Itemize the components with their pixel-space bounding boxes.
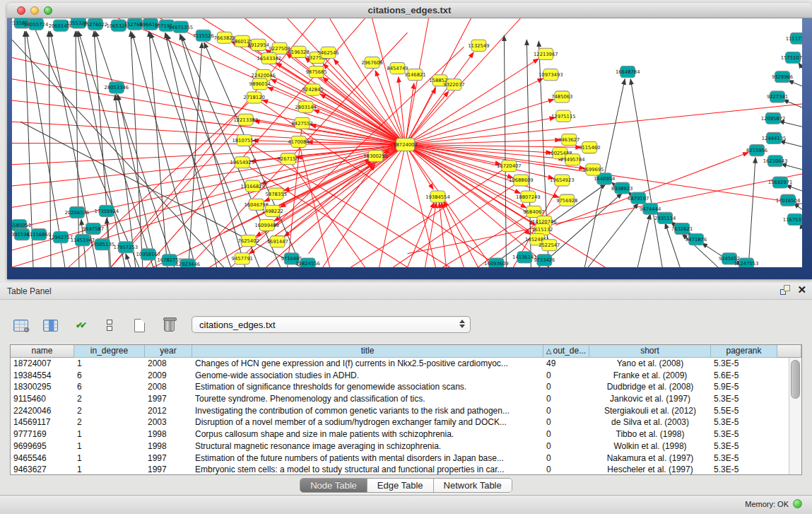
cell-title[interactable]: Disruption of a novel member of a sodium… — [192, 416, 543, 428]
graph-node-selected[interactable]: 12213967 — [534, 48, 558, 59]
cell-name[interactable]: 14569117 — [11, 416, 74, 428]
cell-name[interactable]: 9465546 — [11, 452, 74, 465]
cell-title[interactable]: Corpus callosum shape and size in male p… — [192, 428, 543, 440]
cell-name[interactable]: 9699695 — [11, 440, 74, 452]
graph-node-selected[interactable]: 7485063 — [551, 91, 572, 103]
select-all-icon[interactable]: ✔✔ — [69, 315, 90, 336]
graph-node[interactable]: 7515526 — [193, 30, 214, 41]
cell-pagerank[interactable]: 5.3E-5 — [711, 452, 777, 465]
clear-selection-icon[interactable] — [99, 315, 120, 336]
column-header-in_degree[interactable]: in_degree — [74, 345, 145, 358]
column-header-title[interactable]: title — [192, 345, 543, 358]
cell-short[interactable]: Tibbo et al. (1998) — [589, 428, 711, 440]
graph-node-selected[interactable]: 19384554 — [425, 191, 450, 202]
column-header-out_degree[interactable]: △out_de... — [543, 345, 589, 358]
cell-out_degree[interactable]: 0 — [543, 393, 589, 405]
cell-pagerank[interactable]: 5.3E-5 — [711, 464, 777, 474]
cell-title[interactable]: Structural magnetic resonance image aver… — [192, 440, 543, 452]
table-row[interactable]: 911546021997Tourette syndrome. Phenomeno… — [11, 393, 789, 405]
cell-title[interactable]: Changes of HCN gene expression and I(f) … — [192, 358, 543, 370]
cell-name[interactable]: 19384554 — [11, 370, 74, 382]
cell-in_degree[interactable]: 2 — [74, 405, 145, 417]
tab-edge-table[interactable]: Edge Table — [367, 479, 434, 492]
citation-network-graph[interactable]: 2135822414055724206914061055328715276022… — [12, 18, 802, 267]
float-panel-icon[interactable] — [780, 285, 790, 295]
cell-in_degree[interactable]: 6 — [74, 370, 145, 382]
cell-year[interactable]: 1997 — [145, 393, 192, 405]
cell-title[interactable]: Estimation of the future numbers of pati… — [192, 452, 543, 465]
column-header-name[interactable]: name — [11, 345, 74, 358]
table-row[interactable]: 1830029562008Estimation of significance … — [11, 381, 789, 393]
cell-year[interactable]: 2008 — [145, 358, 192, 370]
cell-out_degree[interactable]: 0 — [543, 440, 589, 452]
cell-pagerank[interactable]: 5.3E-5 — [711, 393, 777, 405]
graph-node[interactable]: 12942757 — [49, 232, 73, 243]
graph-node-selected[interactable]: 18724007 — [393, 138, 418, 151]
graph-node-selected[interactable]: 9699695 — [582, 164, 604, 175]
cell-title[interactable]: Estimation of significance thresholds fo… — [192, 381, 543, 393]
graph-node-selected[interactable]: 2967608 — [361, 57, 382, 68]
graph-node[interactable]: 9474444 — [640, 203, 661, 214]
table-row[interactable]: 1938455462009Genome-wide association stu… — [11, 370, 789, 382]
cell-in_degree[interactable]: 1 — [74, 452, 145, 465]
graph-node[interactable]: 8215956 — [746, 145, 767, 156]
cell-in_degree[interactable]: 1 — [74, 428, 145, 440]
graph-node[interactable]: 12444135 — [762, 132, 787, 144]
cell-year[interactable]: 2009 — [145, 370, 192, 382]
graph-node[interactable]: 9697587 — [83, 223, 104, 234]
table-row[interactable]: 946362711997Embryonic stem cells: a mode… — [11, 464, 789, 474]
graph-node-selected[interactable]: 9242845 — [302, 84, 324, 95]
cell-title[interactable]: Investigating the contribution of common… — [192, 405, 543, 417]
cell-pagerank[interactable]: 5.5E-5 — [711, 405, 777, 417]
cell-pagerank[interactable]: 5.6E-5 — [711, 370, 777, 382]
cell-year[interactable]: 2008 — [145, 381, 192, 393]
cell-out_degree[interactable]: 0 — [543, 452, 589, 465]
cell-pagerank[interactable]: 5.3E-5 — [711, 440, 777, 452]
scrollbar-thumb[interactable] — [791, 360, 800, 399]
graph-node-selected[interactable]: 19654923 — [550, 175, 575, 186]
graph-node-selected[interactable]: 7625402 — [238, 235, 259, 247]
graph-node-selected[interactable]: 8427552 — [292, 117, 313, 129]
cell-year[interactable]: 1997 — [145, 464, 192, 474]
cell-in_degree[interactable]: 1 — [74, 440, 145, 452]
graph-node-selected[interactable]: 12975115 — [551, 110, 576, 122]
graph-node[interactable]: 2935114 — [654, 212, 676, 223]
cell-short[interactable]: Nakamura et al. (1997) — [589, 452, 711, 465]
network-canvas[interactable]: 2135822414055724206914061055328715276022… — [12, 18, 802, 267]
cell-short[interactable]: Hescheler et al. (1997) — [589, 464, 711, 474]
cell-short[interactable]: Franke et al. (2009) — [589, 370, 711, 382]
delete-icon[interactable] — [158, 315, 180, 336]
table-settings-icon[interactable]: ⚙ — [10, 315, 31, 336]
graph-node-selected[interactable]: 5462546 — [317, 47, 339, 58]
graph-node-selected[interactable]: 2718120 — [244, 92, 265, 103]
window-titlebar[interactable]: citations_edges.txt — [7, 3, 812, 18]
cell-year[interactable]: 2003 — [145, 416, 192, 428]
cell-in_degree[interactable]: 2 — [74, 416, 145, 428]
graph-node[interactable]: 17957253 — [114, 242, 139, 253]
column-header-year[interactable]: year — [145, 345, 192, 358]
table-scrollbar[interactable] — [789, 358, 801, 474]
cell-out_degree[interactable]: 49 — [543, 358, 589, 370]
cell-in_degree[interactable]: 2 — [74, 393, 145, 405]
table-selector-dropdown[interactable]: citations_edges.txt — [192, 316, 471, 333]
graph-node-selected[interactable]: 9457791 — [232, 253, 253, 264]
cell-in_degree[interactable]: 1 — [74, 464, 145, 474]
column-visibility-icon[interactable] — [40, 315, 61, 336]
graph-node[interactable]: 12095872 — [761, 112, 786, 124]
cell-short[interactable]: de Silva et al. (2003) — [589, 416, 711, 428]
graph-node-selected[interactable]: 9463627 — [558, 134, 579, 145]
graph-node-selected[interactable]: 1691447 — [267, 236, 288, 247]
graph-node-selected[interactable]: 12213383 — [233, 114, 258, 125]
cell-in_degree[interactable]: 1 — [74, 358, 145, 370]
cell-short[interactable]: Dudbridge et al. (2008) — [589, 381, 711, 393]
tab-node-table[interactable]: Node Table — [300, 479, 367, 492]
table-row[interactable]: 1872400712008Changes of HCN gene express… — [11, 358, 789, 370]
graph-node-selected[interactable]: 5878353 — [266, 188, 287, 199]
graph-node[interactable]: 15751074 — [781, 52, 802, 63]
graph-node-selected[interactable]: 9896014 — [249, 78, 271, 90]
new-file-icon[interactable] — [129, 315, 150, 336]
graph-node[interactable]: 11675331 — [783, 214, 802, 225]
cell-title[interactable]: Genome-wide association studies in ADHD. — [192, 370, 543, 382]
cell-name[interactable]: 9115460 — [11, 393, 74, 405]
graph-node[interactable]: 9329966 — [772, 71, 793, 83]
